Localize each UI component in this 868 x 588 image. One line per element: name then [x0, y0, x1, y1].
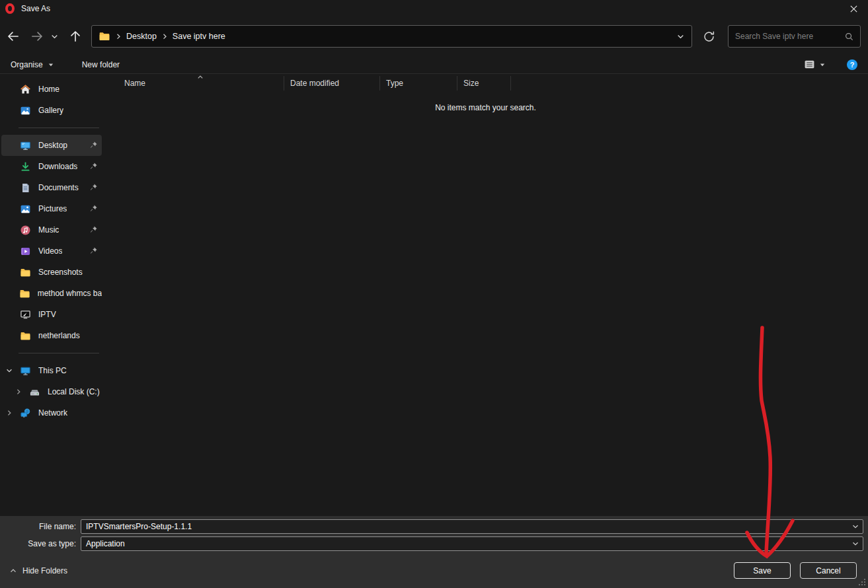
sidebar-item-label: Home: [38, 85, 59, 94]
title-bar: Save As: [0, 0, 868, 17]
sidebar-divider: [19, 128, 99, 128]
dialog-toolbar: Organise New folder ?: [0, 55, 868, 74]
organise-label: Organise: [11, 60, 43, 69]
sidebar-item-network[interactable]: Network: [1, 402, 102, 423]
sidebar-item-documents[interactable]: Documents: [1, 177, 102, 198]
pin-icon: [89, 204, 98, 213]
downloads-icon: [20, 161, 31, 172]
save-as-type-label: Save as type:: [0, 539, 76, 548]
new-folder-button[interactable]: New folder: [82, 60, 120, 69]
main-area: HomeGalleryDesktopDownloadsDocumentsPict…: [0, 74, 868, 516]
close-button[interactable]: [839, 0, 868, 17]
back-button[interactable]: [5, 29, 21, 44]
address-dropdown-icon[interactable]: [676, 32, 685, 41]
save-button[interactable]: Save: [734, 562, 791, 579]
hide-folders-button[interactable]: Hide Folders: [9, 566, 67, 575]
save-as-type-value: Application: [81, 536, 863, 551]
gallery-icon: [20, 105, 31, 116]
sidebar-item-label: Videos: [38, 246, 62, 256]
music-icon: [20, 225, 31, 236]
sidebar-item-method-whmcs-bac[interactable]: method whmcs bac: [1, 283, 102, 304]
file-list-area: Name Date modified Type Size No items ma…: [103, 74, 868, 516]
sidebar-item-gallery[interactable]: Gallery: [1, 100, 102, 121]
sidebar-item-label: Gallery: [38, 106, 63, 115]
folder-icon: [19, 288, 30, 299]
sidebar-item-this-pc[interactable]: This PC: [1, 360, 102, 381]
sidebar-item-videos[interactable]: Videos: [1, 240, 102, 262]
column-header-type[interactable]: Type: [380, 76, 457, 91]
chevron-right-icon[interactable]: [1, 388, 29, 396]
pictures-icon: [20, 203, 31, 215]
footer-panel: File name: Save as type: Application Hid…: [0, 516, 868, 588]
column-header-date-modified[interactable]: Date modified: [284, 76, 380, 91]
sidebar-item-iptv[interactable]: IPTV: [1, 304, 102, 325]
save-as-dialog: { "window": { "title": "Save As" }, "col…: [0, 0, 868, 588]
triangle-down-icon: [819, 61, 826, 68]
triangle-down-icon: [48, 61, 54, 68]
help-button[interactable]: ?: [847, 59, 857, 70]
folder-icon: [99, 30, 110, 42]
sidebar-item-desktop[interactable]: Desktop: [1, 135, 102, 156]
sidebar-item-label: Downloads: [38, 162, 77, 171]
sidebar-item-downloads[interactable]: Downloads: [1, 156, 102, 177]
opera-app-icon: [5, 3, 15, 14]
sidebar-item-label: Screenshots: [38, 268, 83, 277]
new-folder-label: New folder: [82, 60, 120, 69]
search-box[interactable]: [728, 25, 861, 48]
save-as-type-dropdown[interactable]: Application: [81, 536, 863, 551]
sidebar-item-music[interactable]: Music: [1, 219, 102, 240]
folder-icon: [20, 330, 31, 342]
close-icon: [849, 5, 858, 13]
iptv-icon: [20, 309, 31, 320]
pin-icon: [89, 141, 98, 149]
address-bar[interactable]: Desktop Save iptv here: [91, 25, 692, 48]
breadcrumb-segment-current[interactable]: Save iptv here: [173, 32, 225, 41]
up-arrow-icon: [68, 29, 83, 44]
pin-icon: [89, 246, 98, 255]
disk-icon: [29, 386, 40, 398]
sidebar-item-pictures[interactable]: Pictures: [1, 198, 102, 219]
chevron-right-icon[interactable]: [1, 409, 20, 417]
folder-icon: [20, 267, 31, 278]
file-name-row: File name:: [0, 519, 868, 534]
sidebar-item-netherlands[interactable]: netherlands: [1, 325, 102, 346]
up-button[interactable]: [67, 29, 83, 44]
file-name-combobox: [81, 519, 863, 534]
search-input[interactable]: [729, 32, 844, 41]
sidebar-item-label: Desktop: [38, 141, 67, 150]
breadcrumb-segment-desktop[interactable]: Desktop: [126, 32, 157, 41]
sidebar-item-home[interactable]: Home: [1, 79, 102, 100]
sidebar-item-label: IPTV: [38, 310, 56, 319]
cancel-button[interactable]: Cancel: [800, 562, 857, 579]
column-headers: Name Date modified Type Size: [103, 74, 868, 92]
change-view-button[interactable]: [804, 59, 826, 70]
hide-folders-label: Hide Folders: [22, 566, 67, 575]
recent-locations-button[interactable]: [49, 32, 59, 41]
sidebar-item-label: method whmcs bac: [38, 289, 102, 298]
navigation-bar: Desktop Save iptv here: [0, 17, 868, 55]
forward-button[interactable]: [29, 29, 45, 44]
sidebar-item-label: This PC: [38, 366, 67, 375]
back-arrow-icon: [6, 29, 20, 44]
sidebar-item-label: Network: [38, 408, 67, 418]
documents-icon: [20, 182, 31, 194]
column-header-name[interactable]: Name: [103, 76, 284, 91]
sidebar-item-local-disk-c[interactable]: Local Disk (C:): [1, 381, 102, 402]
chevron-down-icon[interactable]: [1, 367, 20, 375]
chevron-down-icon: [50, 32, 59, 41]
sidebar-item-screenshots[interactable]: Screenshots: [1, 262, 102, 283]
organise-menu[interactable]: Organise: [11, 60, 54, 69]
column-header-size[interactable]: Size: [457, 76, 511, 91]
resize-grip[interactable]: [858, 578, 866, 586]
sidebar-item-label: Documents: [38, 183, 79, 192]
chevron-down-icon[interactable]: [851, 523, 859, 531]
pin-icon: [89, 225, 98, 234]
save-as-type-row: Save as type: Application: [0, 536, 868, 551]
file-name-input[interactable]: [81, 519, 863, 534]
refresh-button[interactable]: [701, 30, 716, 43]
navigation-pane: HomeGalleryDesktopDownloadsDocumentsPict…: [0, 74, 103, 516]
network-icon: [20, 408, 31, 419]
sort-ascending-icon: [196, 73, 204, 81]
sidebar-item-label: Local Disk (C:): [48, 387, 100, 396]
breadcrumb-separator-icon: [161, 33, 168, 40]
